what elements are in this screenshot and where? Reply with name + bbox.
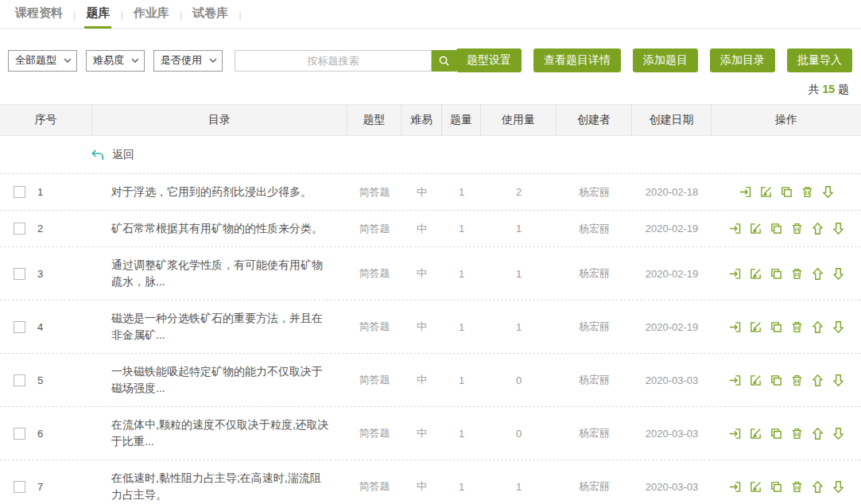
action-buttons: 题型设置 查看题目详情 添加题目 添加目录 批量导入 (456, 48, 852, 72)
up-icon[interactable] (811, 320, 824, 334)
delete-icon[interactable] (790, 427, 804, 440)
tab-question-bank[interactable]: 题库 (76, 0, 120, 28)
row-checkbox[interactable] (14, 186, 25, 198)
edit-icon[interactable] (749, 222, 762, 235)
move-icon[interactable] (728, 427, 742, 440)
down-icon[interactable] (821, 185, 835, 199)
up-icon[interactable] (811, 427, 824, 440)
row-number: 3 (37, 268, 43, 280)
edit-icon[interactable] (749, 427, 762, 440)
down-icon[interactable] (832, 427, 845, 440)
return-arrow-icon[interactable] (91, 148, 105, 162)
delete-icon[interactable] (790, 222, 804, 235)
copy-icon[interactable] (770, 222, 783, 235)
copy-icon[interactable] (770, 374, 783, 387)
delete-icon[interactable] (790, 267, 804, 281)
up-icon[interactable] (811, 222, 824, 235)
edit-icon[interactable] (749, 374, 762, 387)
usage-select-value: 是否使用 (161, 53, 202, 68)
question-bank-page: 课程资料 | 题库 | 作业库 | 试卷库 | 全部题型 难易度 是否使用 (0, 0, 861, 504)
row-index-cell: 4 (0, 321, 92, 333)
add-question-button[interactable]: 添加题目 (633, 48, 698, 72)
tab-exam-bank[interactable]: 试卷库 (182, 0, 239, 28)
edit-icon[interactable] (759, 185, 773, 199)
copy-icon[interactable] (770, 320, 783, 334)
edit-icon[interactable] (749, 267, 762, 281)
search-button[interactable] (432, 50, 456, 72)
tab-homework-bank[interactable]: 作业库 (123, 0, 180, 28)
question-title[interactable]: 一块磁铁能吸起特定矿物的能力不仅取决于磁场强度... (92, 363, 347, 397)
table-row: 3 通过调整矿浆化学性质，有可能使有用矿物疏水，脉... 简答题 中 1 1 杨… (0, 247, 861, 300)
header-index: 序号 (0, 105, 92, 135)
question-title[interactable]: 在低速时,黏性阻力占主导;在高速时,湍流阻力占主导。 (92, 470, 347, 503)
header-operations: 操作 (712, 105, 861, 135)
delete-icon[interactable] (790, 480, 804, 494)
creator-name: 杨宏丽 (557, 185, 632, 200)
row-checkbox[interactable] (14, 374, 25, 386)
row-checkbox[interactable] (14, 481, 25, 493)
question-usage: 1 (481, 481, 557, 493)
search-input[interactable] (235, 50, 432, 72)
move-icon[interactable] (728, 480, 742, 494)
copy-icon[interactable] (780, 185, 793, 199)
back-link[interactable]: 返回 (112, 148, 134, 162)
move-icon[interactable] (728, 320, 742, 334)
question-title[interactable]: 矿石常常根据其有用矿物的的性质来分类。 (92, 220, 347, 237)
row-number: 2 (37, 223, 43, 235)
tab-separator: | (239, 9, 241, 28)
difficulty-select-value: 难易度 (93, 53, 124, 68)
question-difficulty: 中 (401, 222, 442, 236)
up-icon[interactable] (811, 480, 824, 494)
row-number: 7 (37, 481, 43, 493)
move-icon[interactable] (728, 374, 742, 387)
question-difficulty: 中 (401, 479, 442, 494)
row-operations (712, 185, 861, 199)
copy-icon[interactable] (770, 480, 783, 494)
row-operations (712, 427, 861, 440)
usage-select[interactable]: 是否使用 (153, 50, 223, 72)
delete-icon[interactable] (790, 374, 804, 387)
row-checkbox[interactable] (14, 428, 25, 440)
edit-icon[interactable] (749, 480, 762, 494)
row-checkbox[interactable] (14, 321, 25, 333)
row-checkbox[interactable] (14, 268, 25, 280)
edit-icon[interactable] (749, 320, 762, 334)
question-type-select[interactable]: 全部题型 (8, 50, 77, 72)
question-type-settings-button[interactable]: 题型设置 (456, 48, 522, 72)
down-icon[interactable] (832, 480, 845, 494)
delete-icon[interactable] (790, 320, 804, 334)
copy-icon[interactable] (770, 427, 783, 440)
row-checkbox[interactable] (14, 223, 25, 235)
move-icon[interactable] (728, 222, 742, 235)
question-title[interactable]: 在流体中,颗粒的速度不仅取决于粒度,还取决于比重... (92, 417, 347, 450)
up-icon[interactable] (811, 267, 824, 281)
row-index-cell: 6 (0, 428, 92, 440)
add-directory-button[interactable]: 添加目录 (710, 48, 775, 72)
up-icon[interactable] (811, 374, 824, 387)
down-icon[interactable] (832, 320, 845, 334)
create-date: 2020-02-19 (632, 268, 712, 280)
difficulty-select[interactable]: 难易度 (86, 50, 145, 72)
down-icon[interactable] (832, 222, 845, 235)
tab-course-materials[interactable]: 课程资料 (5, 0, 73, 28)
move-icon[interactable] (728, 267, 742, 281)
header-creator: 创建者 (557, 105, 632, 135)
table-row: 4 磁选是一种分选铁矿石的重要方法，并且在非金属矿... 简答题 中 1 1 杨… (0, 300, 861, 354)
row-number: 4 (37, 321, 43, 333)
question-title[interactable]: 磁选是一种分选铁矿石的重要方法，并且在非金属矿... (92, 310, 347, 343)
chevron-down-icon (209, 58, 217, 63)
row-operations (712, 267, 861, 281)
question-title[interactable]: 通过调整矿浆化学性质，有可能使有用矿物疏水，脉... (92, 257, 347, 290)
question-type-select-value: 全部题型 (15, 53, 56, 68)
question-difficulty: 中 (401, 185, 442, 200)
delete-icon[interactable] (801, 185, 814, 199)
down-icon[interactable] (832, 267, 845, 281)
create-date: 2020-03-03 (632, 374, 712, 386)
row-index-cell: 7 (0, 481, 92, 493)
copy-icon[interactable] (770, 267, 783, 281)
batch-import-button[interactable]: 批量导入 (787, 48, 852, 72)
move-icon[interactable] (739, 185, 752, 199)
down-icon[interactable] (832, 374, 845, 387)
question-title[interactable]: 对于浮选，它用到的药剂比浸出少得多。 (92, 184, 347, 200)
view-question-details-button[interactable]: 查看题目详情 (533, 48, 621, 72)
